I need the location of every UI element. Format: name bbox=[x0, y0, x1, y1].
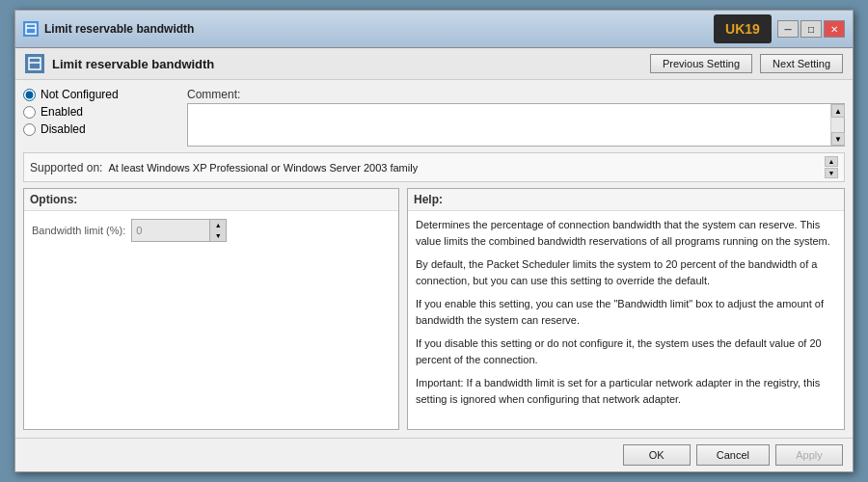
help-para-5: Important: If a bandwidth limit is set f… bbox=[416, 375, 836, 407]
bandwidth-row: Bandwidth limit (%): ▲ ▼ bbox=[32, 219, 391, 242]
title-bar-controls: ─ □ ✕ bbox=[777, 20, 845, 38]
help-para-2: By default, the Packet Scheduler limits … bbox=[416, 256, 836, 288]
supported-on-value: At least Windows XP Professional or Wind… bbox=[108, 162, 819, 174]
ok-button[interactable]: OK bbox=[623, 444, 691, 466]
maximize-button[interactable]: □ bbox=[800, 20, 822, 38]
config-comment-row: Not Configured Enabled Disabled Comment:… bbox=[23, 88, 845, 147]
minimize-button[interactable]: ─ bbox=[777, 20, 799, 38]
enabled-option[interactable]: Enabled bbox=[23, 105, 177, 119]
footer: OK Cancel Apply bbox=[15, 438, 853, 471]
apply-button[interactable]: Apply bbox=[775, 444, 843, 466]
help-header: Help: bbox=[408, 189, 844, 211]
enabled-label: Enabled bbox=[41, 105, 83, 119]
options-panel: Options: Bandwidth limit (%): ▲ ▼ bbox=[23, 188, 399, 430]
close-button[interactable]: ✕ bbox=[824, 20, 845, 38]
enabled-radio[interactable] bbox=[23, 106, 36, 119]
comment-section: Comment: ▲ ▼ bbox=[187, 88, 845, 147]
spin-down-button[interactable]: ▼ bbox=[210, 230, 226, 241]
comment-label: Comment: bbox=[187, 88, 845, 101]
title-bar-text: Limit reservable bandwidth bbox=[44, 22, 704, 36]
bandwidth-input-wrap: ▲ ▼ bbox=[131, 219, 227, 242]
header-icon bbox=[25, 54, 44, 73]
spin-buttons: ▲ ▼ bbox=[209, 220, 226, 241]
not-configured-label: Not Configured bbox=[41, 88, 119, 101]
comment-textarea[interactable] bbox=[188, 104, 830, 146]
not-configured-radio[interactable] bbox=[23, 89, 36, 101]
help-para-4: If you disable this setting or do not co… bbox=[416, 335, 836, 367]
bandwidth-input[interactable] bbox=[132, 223, 209, 238]
comment-scroll-down[interactable]: ▼ bbox=[831, 132, 845, 146]
help-para-3: If you enable this setting, you can use … bbox=[416, 296, 836, 328]
options-content: Bandwidth limit (%): ▲ ▼ bbox=[24, 211, 398, 429]
header-row: Limit reservable bandwidth Previous Sett… bbox=[15, 48, 853, 80]
comment-scroll-up[interactable]: ▲ bbox=[831, 104, 845, 118]
options-help-row: Options: Bandwidth limit (%): ▲ ▼ bbox=[23, 188, 845, 430]
logo: UK19 bbox=[714, 14, 772, 43]
title-bar-icon bbox=[23, 21, 39, 37]
supported-on-label: Supported on: bbox=[30, 161, 102, 174]
header-title: Limit reservable bandwidth bbox=[52, 57, 642, 71]
config-options: Not Configured Enabled Disabled bbox=[23, 88, 177, 136]
cancel-button[interactable]: Cancel bbox=[696, 444, 770, 466]
svg-rect-2 bbox=[29, 58, 41, 69]
svg-rect-0 bbox=[26, 24, 36, 34]
next-setting-button[interactable]: Next Setting bbox=[760, 54, 843, 73]
previous-setting-button[interactable]: Previous Setting bbox=[650, 54, 752, 73]
disabled-option[interactable]: Disabled bbox=[23, 122, 177, 136]
supported-scroll-up[interactable]: ▲ bbox=[825, 156, 838, 167]
bandwidth-label: Bandwidth limit (%): bbox=[32, 225, 125, 236]
dialog-window: Limit reservable bandwidth UK19 ─ □ ✕ Li… bbox=[14, 10, 854, 472]
spin-up-button[interactable]: ▲ bbox=[210, 220, 226, 230]
disabled-radio[interactable] bbox=[23, 123, 36, 136]
title-bar: Limit reservable bandwidth UK19 ─ □ ✕ bbox=[15, 11, 853, 48]
comment-wrap: ▲ ▼ bbox=[187, 103, 845, 147]
main-content: Not Configured Enabled Disabled Comment:… bbox=[15, 80, 853, 438]
help-content: Determines the percentage of connection … bbox=[408, 211, 844, 429]
help-panel: Help: Determines the percentage of conne… bbox=[407, 188, 845, 430]
disabled-label: Disabled bbox=[41, 122, 86, 136]
options-header: Options: bbox=[24, 189, 398, 211]
not-configured-option[interactable]: Not Configured bbox=[23, 88, 177, 101]
help-para-1: Determines the percentage of connection … bbox=[416, 217, 836, 249]
supported-on-row: Supported on: At least Windows XP Profes… bbox=[23, 152, 845, 182]
supported-scroll-down[interactable]: ▼ bbox=[825, 168, 838, 178]
